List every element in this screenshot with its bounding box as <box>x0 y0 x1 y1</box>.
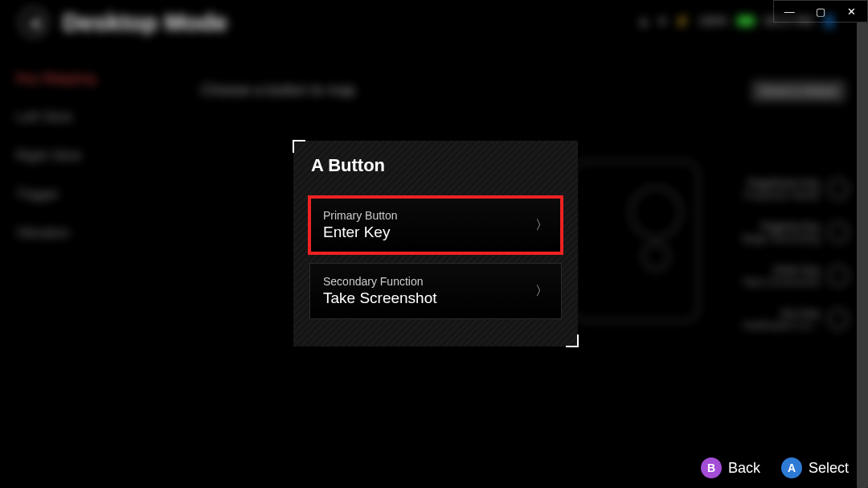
mapping-key-label: PageUp Key <box>743 220 820 232</box>
clock: 06:17 PM <box>764 14 813 27</box>
select-label: Select <box>809 460 849 477</box>
row-value: Take Screenshot <box>323 289 437 307</box>
page-title: Desktop Mode <box>63 9 227 36</box>
row-value: Enter Key <box>323 223 398 241</box>
mapping-item[interactable]: Enter Key Take Screenshot <box>742 264 849 288</box>
scrollbar-thumb[interactable] <box>857 23 868 488</box>
sidebar-nav: Key Mapping Left Stick Right Stick Trigg… <box>16 71 96 241</box>
button-glyph-icon <box>828 222 849 243</box>
footer-hints: B Back A Select <box>701 457 849 478</box>
sidebar-item-key-mapping[interactable]: Key Mapping <box>16 71 96 87</box>
wifi-icon: ▲ <box>638 14 649 27</box>
chevron-right-icon: 〉 <box>535 283 548 300</box>
sidebar-item-vibration[interactable]: Vibration <box>16 225 96 241</box>
status-bar: ▲ ♥ ⚡ 100% 06:17 PM 👤 <box>638 14 836 27</box>
mapping-function-label: Begin Recording <box>743 232 820 244</box>
vertical-scrollbar[interactable] <box>857 23 868 488</box>
battery-icon <box>737 16 755 26</box>
bluetooth-icon: ⚡ <box>675 14 689 27</box>
network-icon: ♥ <box>659 14 665 27</box>
button-glyph-icon <box>828 178 849 199</box>
primary-button-row[interactable]: Primary Button Enter Key 〉 <box>309 197 562 253</box>
sidebar-item-trigger[interactable]: Trigger <box>16 187 96 203</box>
select-hint[interactable]: A Select <box>781 457 849 478</box>
row-caption: Secondary Function <box>323 275 437 288</box>
mapping-function-label: Take Screenshot <box>742 276 820 288</box>
mapping-key-label: Esc Key <box>743 307 820 319</box>
mapping-function-label: Projection Mode <box>744 189 820 201</box>
mapping-key-label: PageDown Key <box>744 177 820 189</box>
mapping-key-label: Enter Key <box>742 264 820 276</box>
button-glyph-icon <box>828 309 849 330</box>
reset-to-default-button[interactable]: Reset to Default <box>751 80 845 102</box>
back-hint[interactable]: B Back <box>701 457 760 478</box>
dialog-title: A Button <box>293 155 578 186</box>
mapping-function-label: Notification Ce... <box>743 319 820 331</box>
mapping-item[interactable]: PageDown Key Projection Mode <box>742 177 849 201</box>
sidebar-item-right-stick[interactable]: Right Stick <box>16 148 96 164</box>
chevron-right-icon: 〉 <box>535 217 548 234</box>
secondary-function-row[interactable]: Secondary Function Take Screenshot 〉 <box>309 263 562 319</box>
battery-percent: 100% <box>698 14 727 27</box>
controller-diagram <box>571 161 699 322</box>
row-caption: Primary Button <box>323 209 398 222</box>
mapping-item[interactable]: PageUp Key Begin Recording <box>742 220 849 244</box>
mapping-list: PageDown Key Projection Mode PageUp Key … <box>742 177 849 331</box>
page-subtitle: Choose a button to map <box>201 82 355 99</box>
button-mapping-dialog: A Button Primary Button Enter Key 〉 Seco… <box>293 141 578 347</box>
a-button-icon: A <box>781 457 802 478</box>
b-button-icon: B <box>701 457 722 478</box>
sidebar-item-left-stick[interactable]: Left Stick <box>16 109 96 125</box>
avatar-icon[interactable]: 👤 <box>822 14 836 27</box>
button-glyph-icon <box>828 265 849 286</box>
mapping-item[interactable]: Esc Key Notification Ce... <box>742 307 849 331</box>
app-header: ◀ Desktop Mode <box>19 8 227 37</box>
back-icon[interactable]: ◀ <box>19 8 48 37</box>
back-label: Back <box>728 460 760 477</box>
